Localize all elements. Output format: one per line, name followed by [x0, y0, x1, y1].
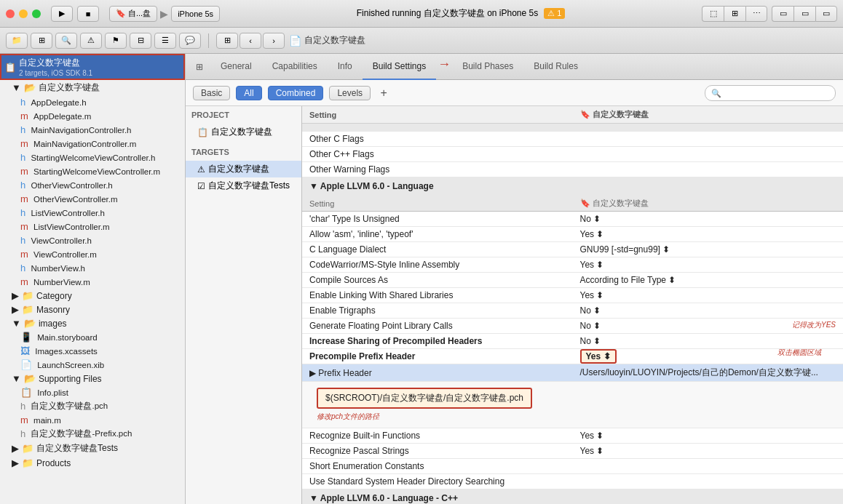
sidebar-item-custom-pch[interactable]: h 自定义数字键盘.pch: [0, 399, 185, 413]
sidebar-item-xcassets[interactable]: 🖼 Images.xcassets: [0, 344, 185, 358]
close-button[interactable]: [6, 9, 15, 18]
folder-icon[interactable]: 📁: [6, 33, 28, 49]
setting-precompile-prefix: Precompile Prefix Header: [302, 349, 573, 364]
sidebar-group-tests[interactable]: ▶ 📁 自定义数字键盘Tests: [0, 441, 185, 456]
annotation-double-click: 双击椭圆区域: [777, 348, 821, 358]
filter-all-btn[interactable]: All: [236, 86, 261, 100]
sidebar-item-main-m[interactable]: m main.m: [0, 413, 185, 427]
sidebar-item-appdelegate-m[interactable]: m AppDelegate.m: [0, 109, 185, 123]
sidebar-item-mainnav-h[interactable]: h MainNavigationController.h: [0, 123, 185, 137]
arrow-annotation: →: [438, 57, 451, 72]
sidebar-group-main[interactable]: ▼ 📂 自定义数字键盘: [0, 80, 185, 95]
tab-general[interactable]: General: [210, 54, 262, 80]
project-header: PROJECT: [186, 106, 301, 124]
sidebar-item-startingwelcome-h[interactable]: h StartingWelcomeViewController.h: [0, 151, 185, 164]
sidebar-group-masonry[interactable]: ▶ 📁 Masonry: [0, 303, 185, 316]
project-item[interactable]: 📋 自定义数字键盘: [186, 124, 301, 140]
sidebar-item-numberview-m[interactable]: m NumberView.m: [0, 275, 185, 289]
pch-value-highlight[interactable]: $(SRCROOT)/自定义数字键盘/自定义数字键盘.pch: [317, 388, 532, 409]
filter-icon[interactable]: ⊟: [130, 33, 151, 49]
pre-section-label: [302, 124, 843, 132]
setting-short-enum: Short Enumeration Constants: [302, 459, 573, 474]
utilities-button[interactable]: ▭: [815, 6, 837, 22]
tab-build-phases[interactable]: Build Phases: [452, 54, 523, 80]
comment-icon[interactable]: 💬: [179, 33, 201, 49]
traffic-lights: [6, 9, 41, 18]
sidebar-item-info-plist[interactable]: 📋 Info.plist: [0, 385, 185, 399]
grid-icon[interactable]: ⊞: [31, 33, 52, 49]
minimize-button[interactable]: [19, 9, 28, 18]
value-codewarrior: Yes ⬍: [573, 257, 844, 273]
setting-generate-fp: Generate Floating Point Library Calls: [302, 319, 573, 334]
assistant-editor-button[interactable]: ⊞: [724, 6, 745, 22]
settings-table-area: Setting 🔖 自定义数字键盘 Other C Flags: [302, 106, 843, 504]
sidebar-item-other-m[interactable]: m OtherViewController.m: [0, 192, 185, 206]
filter-levels-btn[interactable]: Levels: [329, 86, 371, 100]
navigator-button[interactable]: ▭: [772, 6, 793, 22]
tab-capabilities[interactable]: Capabilities: [262, 54, 328, 80]
sidebar-item-mainnav-m[interactable]: m MainNavigationController.m: [0, 137, 185, 151]
add-filter-button[interactable]: +: [376, 86, 391, 100]
sidebar-item-view-h[interactable]: h ViewController.h: [0, 233, 185, 247]
value-compile-sources: According to File Type ⬍: [573, 273, 844, 288]
sidebar-item-other-h[interactable]: h OtherViewController.h: [0, 178, 185, 192]
section-apple-llvm-cpp-label: ▼ Apple LLVM 6.0 - Language - C++: [302, 489, 843, 505]
value-other-cpp-flags: [573, 147, 844, 162]
sidebar-group-supporting[interactable]: ▼ 📂 Supporting Files: [0, 372, 185, 385]
scheme-target[interactable]: 🔖 自...盘: [109, 6, 157, 22]
section-apple-llvm-cpp[interactable]: ▼ Apple LLVM 6.0 - Language - C++: [302, 489, 843, 505]
play-button[interactable]: ▶: [51, 6, 73, 22]
row-use-standard: Use Standard System Header Directory Sea…: [302, 474, 843, 489]
target-item-main[interactable]: ⚠ 自定义数字键盘: [186, 161, 301, 177]
section-apple-llvm-language[interactable]: ▼ Apple LLVM 6.0 - Language ←: [302, 177, 843, 196]
sidebar-toggle-icon[interactable]: ⊞: [189, 62, 210, 72]
debug-button[interactable]: ▭: [793, 6, 815, 22]
target-item-tests[interactable]: ☑ 自定义数字键盘Tests: [186, 177, 301, 194]
editor-toggle[interactable]: ⊞: [216, 33, 238, 49]
tab-bar: ⊞ General Capabilities Info Build Settin…: [186, 54, 843, 80]
col-setting-header: Setting: [302, 106, 573, 124]
project-root-item[interactable]: 📋 自定义数字键盘 2 targets, iOS SDK 8.1: [0, 54, 185, 80]
forward-button[interactable]: ›: [263, 33, 285, 49]
sidebar-item-startingwelcome-m[interactable]: m StartingWelcomeViewController.m: [0, 164, 185, 178]
toolbar-right: ⬚ ⊞ ⋯ ▭ ▭ ▭: [702, 6, 837, 22]
value-increase-sharing: No ⬍: [573, 334, 844, 349]
stop-button[interactable]: ■: [77, 6, 99, 22]
filter-combined-btn[interactable]: Combined: [268, 86, 324, 100]
sidebar-item-appdelegate-h[interactable]: h AppDelegate.h: [0, 95, 185, 109]
version-editor-button[interactable]: ⋯: [745, 6, 767, 22]
value-generate-fp: No ⬍ 记得改为YES: [573, 319, 844, 334]
sidebar-item-main-storyboard[interactable]: 📱 Main.storyboard: [0, 330, 185, 344]
list-icon[interactable]: ☰: [154, 33, 176, 49]
search-icon[interactable]: 🔍: [55, 33, 77, 49]
search-input[interactable]: [705, 85, 836, 101]
filter-basic-btn[interactable]: Basic: [193, 86, 230, 100]
sidebar-item-list-h[interactable]: h ListViewController.h: [0, 206, 185, 220]
row-compile-sources: Compile Sources As According to File Typ…: [302, 273, 843, 288]
sidebar-item-list-m[interactable]: m ListViewController.m: [0, 220, 185, 233]
row-short-enum: Short Enumeration Constants: [302, 459, 843, 474]
sidebar-item-view-m[interactable]: m ViewController.m: [0, 247, 185, 261]
warning-icon[interactable]: ⚠: [80, 33, 102, 49]
precompile-value-highlight[interactable]: Yes ⬍: [580, 349, 617, 364]
value-recognize-pascal: Yes ⬍: [573, 444, 844, 459]
sidebar-group-products[interactable]: ▶ 📁 Products: [0, 456, 185, 470]
flag-icon[interactable]: ⚑: [105, 33, 127, 49]
sidebar-item-launchscreen[interactable]: 📄 LaunchScreen.xib: [0, 358, 185, 372]
standard-editor-button[interactable]: ⬚: [702, 6, 724, 22]
sidebar-group-category[interactable]: ▶ 📁 Category: [0, 289, 185, 303]
row-other-c-flags: Other C Flags: [302, 132, 843, 147]
tab-build-rules[interactable]: Build Rules: [523, 54, 588, 80]
device-selector[interactable]: iPhone 5s: [171, 6, 220, 22]
setting-compile-sources: Compile Sources As: [302, 273, 573, 288]
settings-split: PROJECT 📋 自定义数字键盘 TARGETS ⚠ 自定义数字键盘 ☑ 自定…: [186, 106, 843, 504]
back-button[interactable]: ‹: [240, 33, 261, 49]
maximize-button[interactable]: [32, 9, 41, 18]
sub-col-setting: Setting: [302, 196, 573, 212]
tab-build-settings[interactable]: Build Settings: [363, 54, 436, 80]
sidebar-item-numberview-h[interactable]: h NumberView.h: [0, 261, 185, 275]
sidebar-item-prefix-pch[interactable]: h 自定义数字键盘-Prefix.pch: [0, 427, 185, 441]
sidebar-group-images[interactable]: ▼ 📂 images: [0, 316, 185, 330]
tab-info[interactable]: Info: [328, 54, 363, 80]
row-generate-fp: Generate Floating Point Library Calls No…: [302, 319, 843, 334]
